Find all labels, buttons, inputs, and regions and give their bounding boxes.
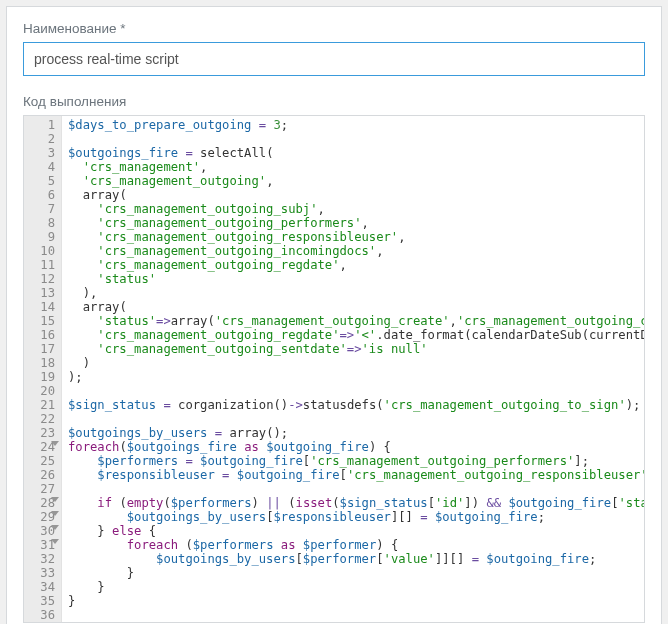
- line-number: 21: [34, 398, 55, 412]
- line-number: 35: [34, 594, 55, 608]
- line-number: 20: [34, 384, 55, 398]
- line-number: 33: [34, 566, 55, 580]
- code-line[interactable]: 'crs_management_outgoing',: [68, 174, 644, 188]
- code-line[interactable]: [68, 608, 644, 622]
- code-line[interactable]: $outgoings_by_users[$responsibleuser][] …: [68, 510, 644, 524]
- line-number: 19: [34, 370, 55, 384]
- line-number: 4: [34, 160, 55, 174]
- code-line[interactable]: $responsibleuser = $outgoing_fire['crs_m…: [68, 468, 644, 482]
- code-line[interactable]: $outgoings_by_users[$performer['value']]…: [68, 552, 644, 566]
- code-line[interactable]: foreach ($performers as $performer) {: [68, 538, 644, 552]
- fold-icon[interactable]: [51, 441, 59, 446]
- line-number: 13: [34, 286, 55, 300]
- line-number: 14: [34, 300, 55, 314]
- line-number: 1: [34, 118, 55, 132]
- line-number: 24: [34, 440, 55, 454]
- code-line[interactable]: [68, 482, 644, 496]
- code-line[interactable]: 'crs_management',: [68, 160, 644, 174]
- line-number: 8: [34, 216, 55, 230]
- code-area[interactable]: $days_to_prepare_outgoing = 3; $outgoing…: [62, 116, 644, 622]
- code-line[interactable]: 'crs_management_outgoing_incomingdocs',: [68, 244, 644, 258]
- line-number: 10: [34, 244, 55, 258]
- code-line[interactable]: foreach($outgoings_fire as $outgoing_fir…: [68, 440, 644, 454]
- code-editor[interactable]: 1234567891011121314151617181920212223242…: [23, 115, 645, 623]
- code-line[interactable]: } else {: [68, 524, 644, 538]
- code-line[interactable]: 'crs_management_outgoing_performers',: [68, 216, 644, 230]
- line-number: 16: [34, 328, 55, 342]
- code-line[interactable]: 'status'=>array('crs_management_outgoing…: [68, 314, 644, 328]
- line-number: 22: [34, 412, 55, 426]
- line-number: 29: [34, 510, 55, 524]
- line-number: 17: [34, 342, 55, 356]
- code-line[interactable]: ),: [68, 286, 644, 300]
- code-line[interactable]: $sign_status = corganization()->statusde…: [68, 398, 644, 412]
- line-number: 34: [34, 580, 55, 594]
- line-gutter: 1234567891011121314151617181920212223242…: [24, 116, 62, 622]
- code-line[interactable]: }: [68, 594, 644, 608]
- code-line[interactable]: }: [68, 566, 644, 580]
- fold-icon[interactable]: [51, 525, 59, 530]
- code-line[interactable]: 'crs_management_outgoing_regdate'=>'<'.d…: [68, 328, 644, 342]
- code-line[interactable]: $performers = $outgoing_fire['crs_manage…: [68, 454, 644, 468]
- line-number: 26: [34, 468, 55, 482]
- code-line[interactable]: [68, 412, 644, 426]
- code-line[interactable]: [68, 132, 644, 146]
- line-number: 27: [34, 482, 55, 496]
- code-line[interactable]: 'crs_management_outgoing_regdate',: [68, 258, 644, 272]
- line-number: 2: [34, 132, 55, 146]
- code-line[interactable]: ): [68, 356, 644, 370]
- code-line[interactable]: 'status': [68, 272, 644, 286]
- line-number: 12: [34, 272, 55, 286]
- form-panel: Наименование * Код выполнения 1234567891…: [6, 6, 662, 624]
- fold-icon[interactable]: [51, 539, 59, 544]
- line-number: 31: [34, 538, 55, 552]
- line-number: 15: [34, 314, 55, 328]
- code-line[interactable]: if (empty($performers) || (isset($sign_s…: [68, 496, 644, 510]
- line-number: 5: [34, 174, 55, 188]
- code-line[interactable]: 'crs_management_outgoing_responsibleuser…: [68, 230, 644, 244]
- fold-icon[interactable]: [51, 497, 59, 502]
- line-number: 6: [34, 188, 55, 202]
- code-label: Код выполнения: [23, 94, 645, 109]
- fold-icon[interactable]: [51, 511, 59, 516]
- line-number: 18: [34, 356, 55, 370]
- name-label: Наименование *: [23, 21, 645, 36]
- code-line[interactable]: array(: [68, 188, 644, 202]
- line-number: 3: [34, 146, 55, 160]
- code-line[interactable]: $outgoings_fire = selectAll(: [68, 146, 644, 160]
- line-number: 23: [34, 426, 55, 440]
- code-line[interactable]: [68, 384, 644, 398]
- code-line[interactable]: array(: [68, 300, 644, 314]
- line-number: 25: [34, 454, 55, 468]
- line-number: 11: [34, 258, 55, 272]
- name-input[interactable]: [23, 42, 645, 76]
- code-line[interactable]: }: [68, 580, 644, 594]
- code-line[interactable]: );: [68, 370, 644, 384]
- line-number: 7: [34, 202, 55, 216]
- code-line[interactable]: $days_to_prepare_outgoing = 3;: [68, 118, 644, 132]
- line-number: 30: [34, 524, 55, 538]
- line-number: 36: [34, 608, 55, 622]
- code-line[interactable]: 'crs_management_outgoing_subj',: [68, 202, 644, 216]
- line-number: 32: [34, 552, 55, 566]
- line-number: 28: [34, 496, 55, 510]
- line-number: 9: [34, 230, 55, 244]
- code-line[interactable]: $outgoings_by_users = array();: [68, 426, 644, 440]
- code-line[interactable]: 'crs_management_outgoing_sentdate'=>'is …: [68, 342, 644, 356]
